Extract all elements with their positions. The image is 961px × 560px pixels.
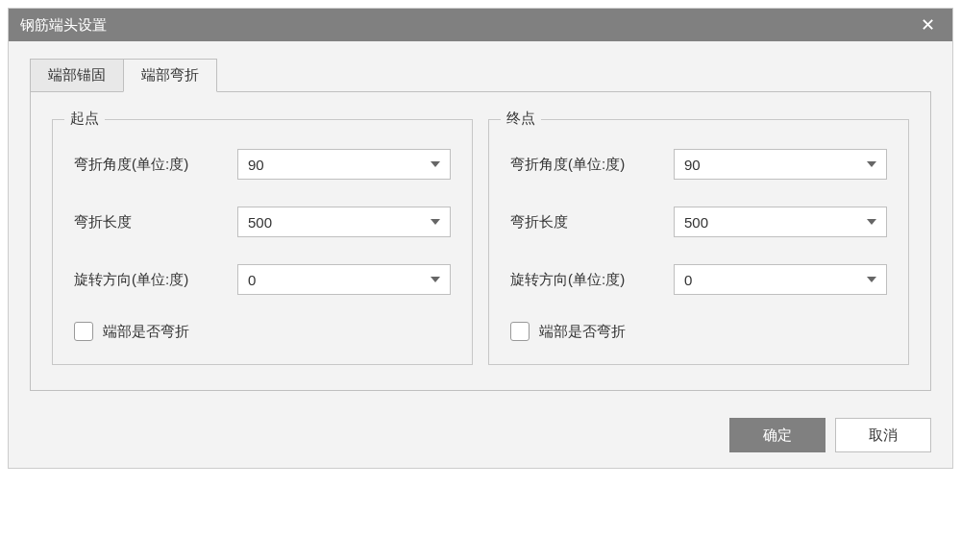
combo-start-angle-value: 90 bbox=[248, 157, 264, 173]
chevron-down-icon bbox=[867, 219, 876, 225]
label-end-bendcheck: 端部是否弯折 bbox=[539, 323, 626, 341]
row-end-bendcheck: 端部是否弯折 bbox=[510, 322, 887, 341]
combo-end-rotation-value: 0 bbox=[684, 272, 692, 288]
panels-row: 起点 弯折角度(单位:度) 90 弯折长度 500 bbox=[52, 119, 909, 365]
chevron-down-icon bbox=[431, 161, 440, 167]
chevron-down-icon bbox=[867, 161, 876, 167]
dialog-title: 钢筋端头设置 bbox=[20, 16, 915, 35]
row-start-bendcheck: 端部是否弯折 bbox=[74, 322, 451, 341]
tab-anchor[interactable]: 端部锚固 bbox=[30, 59, 124, 92]
label-start-angle: 弯折角度(单位:度) bbox=[74, 156, 237, 174]
chevron-down-icon bbox=[867, 277, 876, 282]
ok-button-label: 确定 bbox=[763, 426, 792, 445]
row-start-length: 弯折长度 500 bbox=[74, 207, 451, 237]
label-start-rotation: 旋转方向(单位:度) bbox=[74, 271, 237, 289]
tab-row: 端部锚固 端部弯折 bbox=[30, 59, 931, 92]
titlebar: 钢筋端头设置 ✕ bbox=[9, 9, 952, 41]
combo-end-length-value: 500 bbox=[684, 214, 708, 231]
fieldset-start: 起点 弯折角度(单位:度) 90 弯折长度 500 bbox=[52, 119, 473, 365]
combo-end-angle-value: 90 bbox=[684, 157, 701, 173]
checkbox-end-bend[interactable] bbox=[510, 322, 530, 341]
chevron-down-icon bbox=[431, 219, 440, 225]
combo-start-angle[interactable]: 90 bbox=[237, 149, 451, 180]
row-start-angle: 弯折角度(单位:度) 90 bbox=[74, 149, 451, 180]
label-end-rotation: 旋转方向(单位:度) bbox=[510, 271, 674, 289]
tab-panel-bend: 起点 弯折角度(单位:度) 90 弯折长度 500 bbox=[30, 91, 931, 391]
combo-end-angle[interactable]: 90 bbox=[674, 149, 887, 180]
chevron-down-icon bbox=[431, 277, 440, 282]
legend-end: 终点 bbox=[501, 110, 541, 128]
combo-start-length-value: 500 bbox=[248, 214, 272, 231]
row-end-angle: 弯折角度(单位:度) 90 bbox=[510, 149, 887, 180]
row-start-rotation: 旋转方向(单位:度) 0 bbox=[74, 264, 451, 295]
row-end-rotation: 旋转方向(单位:度) 0 bbox=[510, 264, 887, 295]
label-start-length: 弯折长度 bbox=[74, 213, 237, 231]
tab-bend[interactable]: 端部弯折 bbox=[123, 59, 217, 92]
row-end-length: 弯折长度 500 bbox=[510, 207, 887, 237]
label-end-angle: 弯折角度(单位:度) bbox=[510, 156, 674, 174]
combo-start-length[interactable]: 500 bbox=[237, 207, 451, 237]
combo-end-rotation[interactable]: 0 bbox=[674, 264, 887, 295]
legend-start: 起点 bbox=[64, 110, 105, 128]
dialog-footer: 确定 取消 bbox=[9, 404, 952, 468]
dialog-content: 端部锚固 端部弯折 起点 弯折角度(单位:度) 90 bbox=[9, 41, 952, 404]
close-icon[interactable]: ✕ bbox=[915, 16, 941, 34]
ok-button[interactable]: 确定 bbox=[729, 418, 825, 452]
combo-start-rotation-value: 0 bbox=[248, 272, 256, 288]
combo-end-length[interactable]: 500 bbox=[674, 207, 887, 237]
tab-anchor-label: 端部锚固 bbox=[48, 66, 106, 83]
checkbox-start-bend[interactable] bbox=[74, 322, 93, 341]
tab-bend-label: 端部弯折 bbox=[141, 66, 199, 83]
label-end-length: 弯折长度 bbox=[510, 213, 674, 231]
fieldset-end: 终点 弯折角度(单位:度) 90 弯折长度 500 bbox=[488, 119, 909, 365]
combo-start-rotation[interactable]: 0 bbox=[237, 264, 451, 295]
dialog-rebar-end-settings: 钢筋端头设置 ✕ 端部锚固 端部弯折 起点 弯折角度(单位:度) 90 bbox=[8, 8, 953, 469]
label-start-bendcheck: 端部是否弯折 bbox=[103, 323, 189, 341]
cancel-button-label: 取消 bbox=[869, 426, 898, 445]
cancel-button[interactable]: 取消 bbox=[835, 418, 931, 452]
